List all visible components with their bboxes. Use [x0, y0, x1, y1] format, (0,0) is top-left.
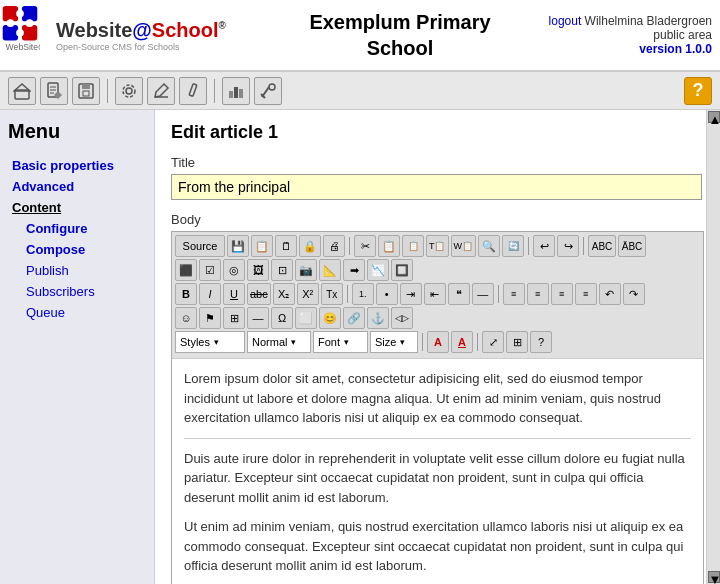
toolbar-chart-btn[interactable] — [222, 77, 250, 105]
undo-button[interactable]: ↩ — [533, 235, 555, 257]
unordered-list-button[interactable]: • — [376, 283, 398, 305]
toolbar-tools-btn[interactable] — [254, 77, 282, 105]
paste-word-button[interactable]: W📋 — [451, 235, 477, 257]
paste-text-button[interactable]: T📋 — [426, 235, 449, 257]
font-color-button[interactable]: A — [427, 331, 449, 353]
sidebar-item-advanced[interactable]: Advanced — [8, 176, 146, 197]
align-right-button[interactable]: ≡ — [551, 283, 573, 305]
ed-sep-6 — [422, 333, 423, 351]
toolbar-page-btn[interactable] — [40, 77, 68, 105]
sidebar-item-queue[interactable]: Queue — [8, 302, 146, 323]
superscript-button[interactable]: X² — [297, 283, 319, 305]
insert-shape-button[interactable]: 📐 — [319, 259, 341, 281]
maximize-button[interactable]: ⤢ — [482, 331, 504, 353]
toolbar-pencil-btn[interactable] — [179, 77, 207, 105]
insert-chart-button[interactable]: 📉 — [367, 259, 389, 281]
strikethrough-button[interactable]: abc — [247, 283, 271, 305]
sidebar-item-publish[interactable]: Publish — [8, 260, 146, 281]
svg-point-20 — [123, 85, 135, 97]
sidebar-item-compose[interactable]: Compose — [8, 239, 146, 260]
align-justify-button[interactable]: ≡ — [575, 283, 597, 305]
special-char-button[interactable]: Ω — [271, 307, 293, 329]
scrollbar-down[interactable]: ▼ — [708, 571, 720, 583]
ltr-button[interactable]: ↷ — [623, 283, 645, 305]
title-label: Title — [171, 155, 704, 170]
toolbar-save-btn[interactable] — [72, 77, 100, 105]
redo-button[interactable]: ↪ — [557, 235, 579, 257]
indent-button[interactable]: ⇥ — [400, 283, 422, 305]
insert-block-button[interactable]: 🔲 — [391, 259, 413, 281]
align-left-button[interactable]: ≡ — [503, 283, 525, 305]
toolbar-home-btn[interactable] — [8, 77, 36, 105]
sidebar-item-subscribers[interactable]: Subscribers — [8, 281, 146, 302]
blockquote-button[interactable]: ❝ — [448, 283, 470, 305]
bg-color-button[interactable]: A — [451, 331, 473, 353]
subscript-button[interactable]: X₂ — [273, 283, 295, 305]
insert-photo-button[interactable]: 📷 — [295, 259, 317, 281]
user-info: logout Wilhelmina Bladergroen public are… — [527, 14, 712, 56]
sidebar-item-content[interactable]: Content — [8, 197, 146, 218]
insert-img1-button[interactable]: ⬛ — [175, 259, 197, 281]
anchor-button[interactable]: ⚓ — [367, 307, 389, 329]
insert-arrow-button[interactable]: ➡ — [343, 259, 365, 281]
styles-select[interactable]: Styles — [175, 331, 245, 353]
remove-format-button[interactable]: Tx — [321, 283, 343, 305]
editor-help-button[interactable]: ? — [530, 331, 552, 353]
save-doc-button[interactable]: 💾 — [227, 235, 249, 257]
scrollbar-up[interactable]: ▲ — [708, 111, 720, 123]
sidebar-item-configure[interactable]: Configure — [8, 218, 146, 239]
school-name: Exemplum PrimarySchool — [273, 9, 527, 61]
insert-image-button[interactable]: 🖼 — [247, 259, 269, 281]
rtl-button[interactable]: ↶ — [599, 283, 621, 305]
main-layout: Menu Basic properties Advanced Content C… — [0, 110, 720, 584]
toolbar-settings-btn[interactable] — [115, 77, 143, 105]
svg-rect-23 — [189, 83, 197, 96]
editor-row-1: Source 💾 📋 🗒 🔒 🖨 ✂ 📋 📋 T📋 W📋 🔍 🔄 ↩ — [175, 235, 700, 257]
title-input[interactable] — [171, 174, 702, 200]
insert-check-button[interactable]: ☑ — [199, 259, 221, 281]
iframe-button[interactable]: ⬜ — [295, 307, 317, 329]
template-button[interactable]: 🗒 — [275, 235, 297, 257]
show-blocks-button[interactable]: ⊞ — [506, 331, 528, 353]
outdent-button[interactable]: ⇤ — [424, 283, 446, 305]
body-paragraph-1: Lorem ipsum dolor sit amet, consectetur … — [184, 369, 691, 428]
smiley-button[interactable]: ☺ — [175, 307, 197, 329]
lock-button[interactable]: 🔒 — [299, 235, 321, 257]
code-button[interactable]: ◁▷ — [391, 307, 413, 329]
paste-button[interactable]: 📋 — [402, 235, 424, 257]
link-button[interactable]: 🔗 — [343, 307, 365, 329]
size-select[interactable]: Size — [370, 331, 418, 353]
spell-button[interactable]: ABC — [588, 235, 616, 257]
italic-button[interactable]: I — [199, 283, 221, 305]
table-insert-button[interactable]: ⊞ — [223, 307, 245, 329]
align-center-button[interactable]: ≡ — [527, 283, 549, 305]
divider-button[interactable]: — — [472, 283, 494, 305]
paragraph-format-select[interactable]: Normal — [247, 331, 311, 353]
insert-circle-button[interactable]: ◎ — [223, 259, 245, 281]
sidebar-item-basic-properties[interactable]: Basic properties — [8, 155, 146, 176]
hr-button[interactable]: — — [247, 307, 269, 329]
logout-link[interactable]: logout — [549, 14, 582, 28]
flag-button[interactable]: ⚑ — [199, 307, 221, 329]
find-button[interactable]: 🔍 — [478, 235, 500, 257]
bold-button[interactable]: B — [175, 283, 197, 305]
content-area: Edit article 1 Title Body Source 💾 📋 🗒 🔒… — [155, 110, 720, 584]
toolbar-edit-btn[interactable] — [147, 77, 175, 105]
insert-frame-button[interactable]: ⊡ — [271, 259, 293, 281]
underline-button[interactable]: U — [223, 283, 245, 305]
svg-point-4 — [16, 10, 24, 18]
svg-rect-24 — [229, 91, 233, 98]
editor-body[interactable]: Lorem ipsum dolor sit amet, consectetur … — [172, 359, 703, 584]
main-scrollbar[interactable]: ▲ ▼ — [706, 110, 720, 584]
copy-button[interactable]: 📋 — [378, 235, 400, 257]
help-button[interactable]: ? — [684, 77, 712, 105]
replace-button[interactable]: 🔄 — [502, 235, 524, 257]
print-button[interactable]: 🖨 — [323, 235, 345, 257]
source-button[interactable]: Source — [175, 235, 225, 257]
ordered-list-button[interactable]: 1. — [352, 283, 374, 305]
spell2-button[interactable]: ÄBC — [618, 235, 646, 257]
font-select[interactable]: Font — [313, 331, 368, 353]
new-doc-button[interactable]: 📋 — [251, 235, 273, 257]
cut-button[interactable]: ✂ — [354, 235, 376, 257]
emotion-button[interactable]: 😊 — [319, 307, 341, 329]
